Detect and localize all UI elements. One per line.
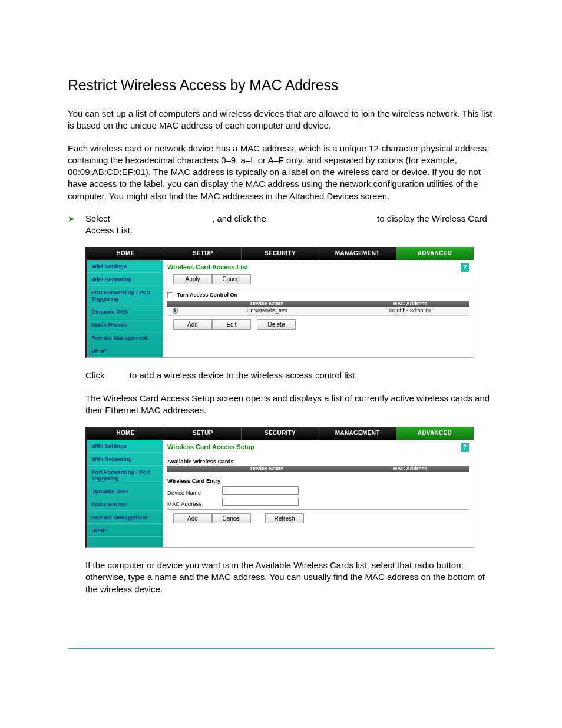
help-icon[interactable]: ?	[461, 443, 469, 452]
turn-access-control-label: Turn Access Control On	[177, 292, 238, 298]
router-screenshot-1: HOME SETUP SECURITY MANAGEMENT ADVANCED …	[85, 247, 474, 358]
sidebar-item-upnp[interactable]: UPnP	[87, 524, 163, 537]
available-heading: Available Wireless Cards	[167, 458, 469, 465]
edit-button[interactable]: Edit	[212, 319, 251, 330]
p3: The Wireless Card Access Setup screen op…	[85, 393, 494, 417]
sidebar-item-dynamic-dns[interactable]: Dynamic DNS	[87, 305, 163, 318]
col-mac-address: MAC Address	[351, 301, 469, 307]
tab-management[interactable]: MANAGEMENT	[319, 427, 396, 440]
device-name-label: Device Name	[167, 489, 220, 496]
sidebar-item-wifi-repeating[interactable]: WiFi Repeating	[87, 453, 163, 466]
panel-title: Wireless Card Access Setup	[167, 443, 469, 450]
row-mac-address: 00:0f:b5:8d:ab:19	[351, 307, 469, 315]
cancel-button[interactable]: Cancel	[212, 513, 251, 523]
router-screenshot-2: HOME SETUP SECURITY MANAGEMENT ADVANCED …	[85, 427, 474, 548]
sidebar-item-port-forwarding[interactable]: Port Forwarding / Port Triggering	[87, 466, 163, 485]
col-mac-address: MAC Address	[351, 466, 469, 472]
sidebar-item-static-routes[interactable]: Static Routes	[87, 318, 163, 331]
tab-home[interactable]: HOME	[87, 247, 164, 260]
turn-access-control-checkbox[interactable]	[167, 292, 173, 298]
sidebar-item-upnp[interactable]: UPnP	[87, 344, 163, 357]
sidebar-item-wifi-settings[interactable]: WiFi Settings	[87, 440, 163, 453]
tab-advanced[interactable]: ADVANCED	[396, 247, 474, 260]
sidebar-item-wifi-repeating[interactable]: WiFi Repeating	[87, 273, 163, 286]
sidebar-item-dynamic-dns[interactable]: Dynamic DNS	[87, 485, 163, 498]
mac-address-field[interactable]	[222, 498, 299, 506]
page-heading: Restrict Wireless Access by MAC Address	[68, 77, 494, 94]
tab-security[interactable]: SECURITY	[242, 427, 319, 440]
col-device-name: Device Name	[183, 466, 351, 472]
sidebar-item-remote-management[interactable]: Remote Management	[87, 511, 163, 524]
intro-p1: You can set up a list of computers and w…	[68, 108, 494, 132]
intro-p2: Each wireless card or network device has…	[68, 143, 494, 202]
tab-advanced[interactable]: ADVANCED	[396, 427, 474, 440]
tab-security[interactable]: SECURITY	[242, 247, 319, 260]
mac-address-label: MAC Address	[167, 500, 220, 507]
refresh-button[interactable]: Refresh	[265, 513, 304, 523]
sidebar-item-port-forwarding[interactable]: Port Forwarding / Port Triggering	[87, 286, 163, 305]
step-a: Select , and click the to display the Wi…	[85, 213, 494, 237]
add-button[interactable]: Add	[173, 513, 212, 523]
cancel-button[interactable]: Cancel	[212, 274, 251, 284]
tab-management[interactable]: MANAGEMENT	[319, 247, 396, 260]
apply-button[interactable]: Apply	[173, 274, 212, 284]
sidebar-item-remote-management[interactable]: Remote Management	[87, 331, 163, 344]
sidebar: WiFi Settings WiFi Repeating Port Forwar…	[87, 260, 163, 357]
step-b: Click to add a wireless device to the wi…	[85, 370, 494, 381]
add-button[interactable]: Add	[173, 319, 212, 330]
tab-setup[interactable]: SETUP	[164, 427, 242, 440]
panel-title: Wireless Card Access List	[167, 263, 469, 271]
footer-rule	[68, 648, 494, 649]
p4: If the computer or device you want is in…	[85, 559, 494, 595]
delete-button[interactable]: Delete	[257, 319, 296, 330]
row-radio[interactable]	[173, 308, 178, 314]
sidebar-item-static-routes[interactable]: Static Routes	[87, 498, 163, 511]
row-device-name: OnNetworks_test	[183, 307, 351, 315]
tab-home[interactable]: HOME	[87, 427, 164, 440]
sidebar: WiFi Settings WiFi Repeating Port Forwar…	[87, 440, 163, 547]
device-name-field[interactable]	[222, 486, 299, 495]
entry-heading: Wireless Card Entry	[167, 477, 469, 484]
help-icon[interactable]: ?	[461, 263, 469, 272]
sidebar-item-wifi-settings[interactable]: WiFi Settings	[87, 260, 163, 273]
col-device-name: Device Name	[183, 301, 351, 307]
tab-setup[interactable]: SETUP	[164, 247, 242, 260]
table-row[interactable]: OnNetworks_test 00:0f:b5:8d:ab:19	[167, 307, 469, 316]
step-arrow-icon: ➤	[68, 214, 75, 223]
